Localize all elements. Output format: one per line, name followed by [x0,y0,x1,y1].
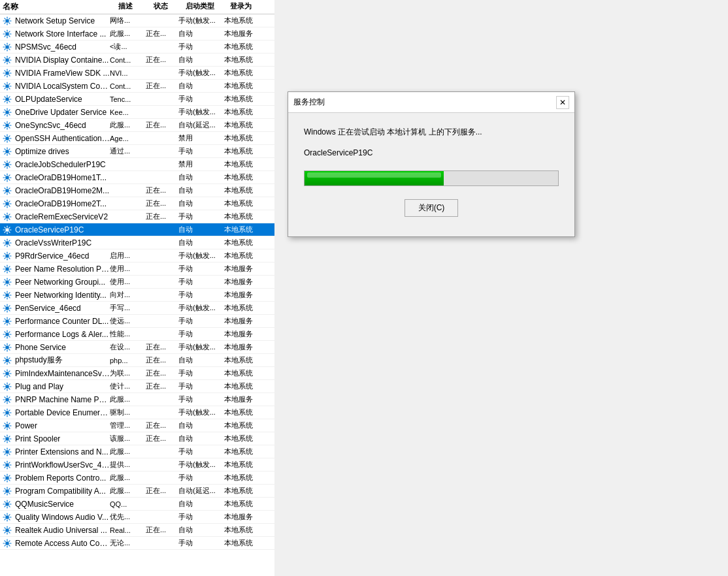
gear-icon [3,394,13,405]
table-row[interactable]: Network Store Interface ...此服...正在...自动本… [0,27,274,40]
service-desc: 通过... [110,146,146,156]
table-row[interactable]: Problem Reports Contro...此服...手动本地系统 [0,472,274,485]
service-startup: 手动 [178,212,224,221]
service-login: 本地服务 [224,512,267,522]
table-row[interactable]: PNRP Machine Name Pu...此服...手动本地服务 [0,393,274,406]
table-row[interactable]: Optimize drives通过...手动本地系统 [0,145,274,158]
service-startup: 手动 [178,512,224,522]
main-layout: 名称 描述 状态 启动类型 登录为 Network Setup Service网… [0,0,728,576]
table-row[interactable]: OpenSSH Authentication ...Age...禁用本地系统 [0,132,274,145]
table-row[interactable]: Quality Windows Audio V...优先...手动本地服务 [0,511,274,524]
table-row[interactable]: Peer Networking Identity...向对...手动本地服务 [0,289,274,302]
service-login: 本地服务 [224,277,267,287]
table-row[interactable]: Printer Extensions and N...此服...手动本地系统 [0,445,274,458]
service-login: 本地系统 [224,199,267,208]
service-desc: Tenc... [110,95,146,103]
table-row[interactable]: OracleRemExecServiceV2正在...手动本地系统 [0,210,274,223]
dialog-body: Windows 正在尝试启动 本地计算机 上的下列服务... OracleSer… [288,113,574,236]
svg-point-0 [6,19,9,22]
service-name: OracleJobSchedulerP19C [3,159,110,170]
service-startup: 自动 [178,172,224,182]
table-row[interactable]: OracleVssWriterP19C自动本地系统 [0,236,274,249]
svg-point-9 [6,136,9,140]
table-row[interactable]: OracleOraDB19Home2M...正在...自动本地系统 [0,184,274,197]
dialog-close-icon-button[interactable]: ✕ [556,96,569,109]
service-control-dialog[interactable]: 服务控制 ✕ Windows 正在尝试启动 本地计算机 上的下列服务... Or… [288,91,575,237]
service-status: 正在... [146,368,178,378]
service-name: OLPUpdateService [3,94,110,104]
service-name: Printer Extensions and N... [3,447,110,457]
gear-icon [3,251,13,261]
service-desc: <读... [110,42,146,52]
service-login: 本地系统 [224,107,267,117]
gear-icon [3,120,13,131]
table-row[interactable]: OneDrive Updater ServiceKee...手动(触发...本地… [0,106,274,119]
gear-icon [3,68,13,78]
table-row[interactable]: PimIndexMaintenanceSvc...为联...正在...手动本地系… [0,367,274,380]
service-name: Network Setup Service [3,16,110,26]
service-startup: 手动(触发... [178,251,224,261]
service-name: Peer Name Resolution Pr... [3,264,110,274]
table-row[interactable]: OLPUpdateServiceTenc...手动本地系统 [0,93,274,106]
dialog-close-button[interactable]: 关闭(C) [405,199,459,217]
table-row[interactable]: OracleServiceP19C自动本地系统 [0,223,274,236]
table-row[interactable]: OracleOraDB19Home1T...自动本地系统 [0,171,274,184]
service-name: Power [3,421,110,431]
service-startup: 手动(触发... [178,68,224,78]
table-row[interactable]: Print Spooler该服...正在...自动本地系统 [0,432,274,445]
service-login: 本地系统 [224,525,267,535]
service-name: PenService_46ecd [3,303,110,313]
gear-icon [3,185,13,196]
service-name: PimIndexMaintenanceSvc... [3,368,110,379]
service-login: 本地系统 [224,486,267,496]
table-row[interactable]: OracleJobSchedulerP19C禁用本地系统 [0,158,274,171]
service-startup: 自动 [178,29,224,39]
table-row[interactable]: PrintWorkflowUserSvc_46...提供...手动(触发...本… [0,458,274,472]
service-startup: 手动(触发... [178,460,224,470]
table-row[interactable]: Phone Service在设...正在...手动(触发...本地服务 [0,341,274,354]
service-desc: 为联... [110,368,146,378]
svg-point-26 [6,359,9,362]
service-desc: 此服... [110,394,146,404]
svg-point-12 [6,176,9,179]
service-login: 本地系统 [224,42,267,52]
service-desc: 无论... [110,538,146,548]
svg-point-30 [6,411,9,414]
table-row[interactable]: Network Setup Service网络...手动(触发...本地系统 [0,14,274,27]
table-row[interactable]: PenService_46ecd手写...手动(触发...本地系统 [0,302,274,315]
table-row[interactable]: Realtek Audio Universal ...Real...正在...自… [0,524,274,537]
gear-icon [3,512,13,522]
service-desc: 使计... [110,381,146,391]
svg-point-20 [6,280,9,283]
table-row[interactable]: Remote Access Auto Con...无论...手动本地系统 [0,537,274,550]
table-row[interactable]: phpstudy服务php...正在...自动本地系统 [0,354,274,367]
table-row[interactable]: NVIDIA Display Containe...Cont...正在...自动… [0,54,274,67]
header-col-name: 名称 [3,1,118,12]
table-row[interactable]: OneSyncSvc_46ecd此服...正在...自动(延迟...本地系统 [0,119,274,132]
services-list[interactable]: Network Setup Service网络...手动(触发...本地系统 N… [0,14,274,576]
svg-point-34 [6,463,9,466]
table-row[interactable]: Power管理...正在...自动本地系统 [0,419,274,432]
table-row[interactable]: Performance Logs & Aler...性能...手动本地服务 [0,328,274,341]
table-row[interactable]: Performance Counter DL...使远...手动本地服务 [0,315,274,328]
table-row[interactable]: P9RdrService_46ecd启用...手动(触发...本地系统 [0,249,274,263]
svg-point-10 [6,150,9,153]
gear-icon [3,538,13,549]
service-login: 本地系统 [224,146,267,156]
table-row[interactable]: QQMusicServiceQQ...自动本地系统 [0,498,274,511]
table-row[interactable]: OracleOraDB19Home2T...正在...自动本地系统 [0,197,274,210]
table-row[interactable]: NVIDIA FrameView SDK ...NVI...手动(触发...本地… [0,67,274,80]
table-row[interactable]: Portable Device Enumera...驱制...手动(触发...本… [0,406,274,419]
service-startup: 手动 [178,329,224,339]
table-row[interactable]: Peer Networking Groupi...使用...手动本地服务 [0,276,274,289]
service-name: P9RdrService_46ecd [3,251,110,261]
service-desc: 向对... [110,290,146,300]
table-row[interactable]: Program Compatibility A...此服...正在...自动(延… [0,485,274,498]
table-row[interactable]: Peer Name Resolution Pr...使用...手动本地服务 [0,263,274,276]
table-row[interactable]: NPSMSvc_46ecd<读...手动本地系统 [0,40,274,54]
table-row[interactable]: Plug and Play使计...正在...手动本地系统 [0,380,274,393]
service-desc: Kee... [110,108,146,116]
table-row[interactable]: NVIDIA LocalSystem Con...Cont...正在...自动本… [0,80,274,93]
service-desc: 网络... [110,16,146,25]
service-login: 本地系统 [224,381,267,391]
